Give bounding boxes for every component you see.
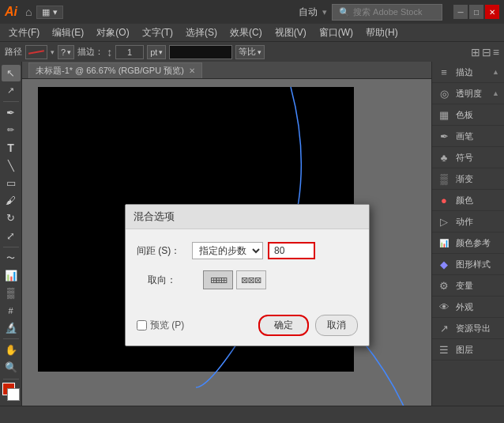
close-button[interactable]: ✕ [485, 5, 499, 19]
tab-title: 未标题-1* @ 66.67% (RGB/GPU 预览) [36, 65, 184, 77]
tab-close-button[interactable]: ✕ [189, 66, 195, 75]
tool-scale[interactable]: ⤢ [2, 227, 21, 244]
dialog-buttons: 确定 取消 [258, 315, 358, 336]
stroke-preview [25, 45, 47, 59]
tool-gradient[interactable]: ▒ [2, 285, 21, 301]
tool-select[interactable]: ↖ [2, 65, 21, 81]
orient-btn-horizontal[interactable]: ⊞⊞⊞ [203, 270, 233, 289]
dialog-title: 混合选项 [126, 205, 369, 229]
left-toolbar: ↖ ↗ ✒ ✏ T ╲ ▭ 🖌 ↻ ⤢ 〜 📊 ▒ # 🔬 ✋ 🔍 [0, 62, 22, 406]
document-tab[interactable]: 未标题-1* @ 66.67% (RGB/GPU 预览) ✕ [28, 62, 202, 78]
gradient-panel-icon: ▒ [437, 172, 451, 186]
ai-logo: Ai [5, 5, 17, 19]
steps-input[interactable] [268, 242, 315, 259]
align-icon-3[interactable]: ≡ [493, 46, 499, 59]
menu-edit[interactable]: 编辑(E) [47, 25, 89, 41]
blend-options-dialog[interactable]: 混合选项 间距 (S)： 指定的步数 取向： ⊞⊞⊞ ⊠⊠⊠ [125, 204, 370, 346]
tool-mesh[interactable]: # [2, 302, 21, 319]
window-controls: ─ □ ✕ [453, 5, 499, 19]
panel-appearance-label: 外观 [456, 301, 473, 313]
tool-zoom[interactable]: 🔍 [2, 359, 21, 376]
panel-graphic-styles[interactable]: ◆ 图形样式 [432, 254, 504, 275]
tool-paintbrush[interactable]: 🖌 [2, 192, 21, 209]
panel-transparency-label: 透明度 [456, 88, 482, 100]
panel-swatches[interactable]: ▦ 色板 [432, 104, 504, 126]
orient-label: 取向： [148, 274, 203, 287]
spacing-dropdown[interactable]: 指定的步数 [192, 242, 263, 259]
panel-layers[interactable]: ☰ 图层 [432, 339, 504, 361]
tool-rectangle[interactable]: ▭ [2, 175, 21, 191]
panel-appearance[interactable]: 👁 外观 [432, 296, 504, 318]
tool-pencil[interactable]: ✏ [2, 122, 21, 138]
search-placeholder: 搜索 Adobe Stock [353, 6, 422, 18]
search-box[interactable]: 🔍 搜索 Adobe Stock [332, 4, 442, 21]
stroke-expand-icon: ▲ [492, 68, 499, 76]
tool-warp[interactable]: 〜 [2, 249, 21, 266]
tool-eyedropper[interactable]: 🔬 [2, 319, 21, 336]
orient-btn-vertical[interactable]: ⊠⊠⊠ [236, 270, 266, 289]
tool-pen[interactable]: ✒ [2, 104, 21, 121]
preview-label: 预览 (P) [150, 319, 184, 332]
panel-layers-label: 图层 [456, 344, 473, 356]
menu-window[interactable]: 窗口(W) [314, 25, 359, 41]
swatches-panel-icon: ▦ [437, 108, 451, 122]
panel-color[interactable]: ● 颜色 [432, 190, 504, 211]
tool-direct-select[interactable]: ↗ [2, 82, 21, 99]
menu-text[interactable]: 文字(T) [137, 25, 179, 41]
panel-stroke-label: 描边 [456, 66, 473, 78]
panel-gradient[interactable]: ▒ 渐变 [432, 168, 504, 190]
panel-brushes[interactable]: ✒ 画笔 [432, 126, 504, 147]
menu-object[interactable]: 对象(O) [91, 25, 134, 41]
statusbar [0, 406, 504, 423]
menu-select[interactable]: 选择(S) [180, 25, 223, 41]
dengbi-dropdown[interactable]: 等比▾ [235, 45, 265, 59]
menu-effect[interactable]: 效果(C) [224, 25, 268, 41]
tool-type[interactable]: T [2, 140, 21, 157]
menubar: 文件(F) 编辑(E) 对象(O) 文字(T) 选择(S) 效果(C) 视图(V… [0, 24, 504, 41]
tool-chart[interactable]: 📊 [2, 267, 21, 284]
cancel-button[interactable]: 取消 [315, 315, 358, 336]
main-area: ↖ ↗ ✒ ✏ T ╲ ▭ 🖌 ↻ ⤢ 〜 📊 ▒ # 🔬 ✋ 🔍 未标题-1*… [0, 62, 504, 406]
orient-row: 取向： ⊞⊞⊞ ⊠⊠⊠ [137, 270, 358, 289]
panel-brushes-label: 画笔 [456, 130, 473, 142]
panel-asset-export[interactable]: ↗ 资源导出 [432, 318, 504, 339]
titlebar: Ai ⌂ ▦ ▾ 自动 ▾ 🔍 搜索 Adobe Stock ─ □ ✕ [0, 0, 504, 24]
align-icon-1[interactable]: ⊞ [471, 46, 480, 59]
ok-button[interactable]: 确定 [258, 315, 309, 336]
tool-line[interactable]: ╲ [2, 157, 21, 174]
graphic-styles-panel-icon: ◆ [437, 257, 451, 271]
panel-gradient-label: 渐变 [456, 173, 473, 185]
panel-color-guide-label: 颜色参考 [456, 237, 491, 249]
align-icon-2[interactable]: ⊟ [482, 46, 491, 59]
layout-button[interactable]: ▦ ▾ [36, 6, 62, 19]
minimize-button[interactable]: ─ [453, 5, 468, 19]
panel-stroke[interactable]: ≡ 描边 ▲ [432, 62, 504, 83]
asset-export-panel-icon: ↗ [437, 321, 451, 335]
panel-color-guide[interactable]: 📊 颜色参考 [432, 232, 504, 254]
stroke-width-input[interactable] [115, 45, 144, 59]
panel-variables[interactable]: ⚙ 变量 [432, 275, 504, 296]
path-label: 路径 [5, 46, 22, 58]
maximize-button[interactable]: □ [469, 5, 483, 19]
panel-actions[interactable]: ▷ 动作 [432, 211, 504, 232]
background-color[interactable] [7, 388, 20, 401]
spacing-label: 间距 (S)： [137, 244, 192, 258]
unit-dropdown[interactable]: pt▾ [147, 45, 166, 59]
variables-panel-icon: ⚙ [437, 278, 451, 293]
tool-rotate[interactable]: ↻ [2, 210, 21, 226]
menu-file[interactable]: 文件(F) [3, 25, 45, 41]
panel-transparency[interactable]: ◎ 透明度 ▲ [432, 83, 504, 104]
preview-checkbox[interactable] [137, 320, 147, 330]
dialog-body: 间距 (S)： 指定的步数 取向： ⊞⊞⊞ ⊠⊠⊠ [126, 229, 369, 310]
tool-hand[interactable]: ✋ [2, 342, 21, 358]
stroke-panel-icon: ≡ [437, 65, 451, 79]
panel-symbols[interactable]: ♣ 符号 [432, 147, 504, 168]
menu-view[interactable]: 视图(V) [269, 25, 312, 41]
panel-actions-label: 动作 [456, 216, 473, 228]
menu-help[interactable]: 帮助(H) [360, 25, 404, 41]
canvas-area: 未标题-1* @ 66.67% (RGB/GPU 预览) ✕ 混合选项 [22, 62, 431, 406]
question-dropdown[interactable]: ?▾ [58, 45, 74, 59]
home-icon[interactable]: ⌂ [25, 6, 32, 18]
canvas-tab: 未标题-1* @ 66.67% (RGB/GPU 预览) ✕ [22, 62, 431, 79]
brushes-panel-icon: ✒ [437, 129, 451, 143]
